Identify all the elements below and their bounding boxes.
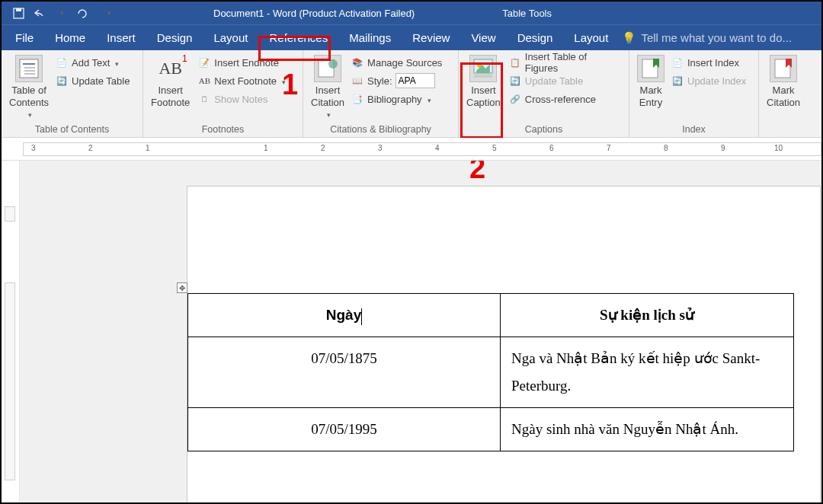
style-icon: 📖 [351, 74, 364, 88]
tab-table-layout[interactable]: Layout [563, 25, 619, 51]
table-cell[interactable]: 07/05/1995 [188, 408, 501, 451]
tell-me[interactable]: 💡 Tell me what you want to do... [622, 31, 792, 45]
insert-endnote-button[interactable]: 📝Insert Endnote [196, 53, 287, 72]
undo-dropdown[interactable] [55, 7, 67, 19]
insert-citation-label: Insert Citation [311, 85, 344, 108]
next-footnote-icon: A⁠B [197, 74, 211, 88]
header-ngay: Ngày [326, 307, 361, 323]
show-notes-label: Show Notes [214, 94, 267, 105]
redo-icon[interactable] [76, 7, 88, 19]
insert-index-label: Insert Index [687, 57, 739, 69]
ruler-tick: 3 [31, 144, 36, 152]
table-move-handle[interactable]: ✥ [177, 282, 187, 293]
chevron-down-icon [26, 108, 32, 120]
update-icon: 🔄 [671, 74, 684, 88]
document-area[interactable]: ✥ Ngày Sự kiện lịch sử 07/05/1875 Nga và… [20, 161, 821, 502]
group-toc: Table of Contents 📄Add Text 🔄Update Tabl… [2, 50, 143, 137]
table-row: 07/05/1995 Ngày sinh nhà văn Nguyễn Nhật… [188, 408, 794, 451]
cross-reference-button[interactable]: 🔗Cross-reference [507, 90, 624, 108]
add-text-button[interactable]: 📄Add Text [53, 53, 131, 72]
ruler-tick: 5 [492, 144, 497, 152]
insert-index-icon: 📄 [671, 56, 684, 69]
ruler-tick: 4 [435, 144, 440, 152]
crossref-icon: 🔗 [508, 92, 522, 106]
next-footnote-button[interactable]: A⁠BNext Footnote [196, 72, 287, 90]
table-of-contents-button[interactable]: Table of Contents [6, 53, 52, 122]
svg-rect-2 [20, 59, 38, 78]
save-icon[interactable] [12, 7, 24, 19]
show-notes-button[interactable]: 🗒Show Notes [196, 90, 287, 108]
chevron-down-icon [113, 57, 119, 69]
group-label-footnotes: Footnotes [148, 123, 298, 137]
header-cell[interactable]: Ngày [188, 294, 501, 337]
style-dropdown[interactable] [395, 73, 435, 88]
mark-entry-icon [637, 55, 664, 82]
insert-footnote-button[interactable]: AB1 Insert Footnote [148, 53, 193, 110]
tab-layout[interactable]: Layout [203, 25, 258, 51]
group-captions: Insert Caption 📋Insert Table of Figures … [459, 50, 629, 137]
group-authorities: Mark Citation [759, 50, 820, 137]
table-cell[interactable]: Ngày sinh nhà văn Nguyễn Nhật Ánh. [501, 408, 794, 451]
next-footnote-label: Next Footnote [214, 75, 277, 87]
insert-caption-button[interactable]: Insert Caption [463, 53, 504, 110]
group-label-citations: Citations & Bibliography [308, 123, 453, 137]
update-tof-label: Update Table [525, 75, 583, 87]
update-table-button[interactable]: 🔄Update Table [53, 72, 131, 90]
add-text-label: Add Text [72, 57, 110, 69]
document-table[interactable]: Ngày Sự kiện lịch sử 07/05/1875 Nga và N… [187, 293, 794, 451]
tab-review[interactable]: Review [402, 25, 460, 51]
qat-customize[interactable] [102, 7, 114, 19]
svg-rect-1 [16, 8, 21, 11]
ruler-tick: 1 [264, 144, 268, 152]
table-cell[interactable]: Nga và Nhật Bản ký kết hiệp ước Sankt-Pe… [501, 337, 794, 408]
manage-sources-icon: 📚 [351, 56, 364, 69]
mark-entry-button[interactable]: Mark Entry [634, 53, 668, 110]
table-row: 07/05/1875 Nga và Nhật Bản ký kết hiệp ư… [188, 337, 794, 408]
mark-citation-label: Mark Citation [767, 85, 800, 108]
vertical-ruler[interactable] [2, 161, 20, 502]
bibliography-button[interactable]: 📑Bibliography [349, 90, 444, 108]
page: ✥ Ngày Sự kiện lịch sử 07/05/1875 Nga và… [187, 187, 820, 502]
undo-icon[interactable] [34, 7, 46, 19]
insert-tof-button[interactable]: 📋Insert Table of Figures [507, 53, 624, 72]
style-selector[interactable]: 📖Style: [349, 72, 444, 90]
tab-table-design[interactable]: Design [507, 25, 564, 51]
group-label-captions: Captions [463, 123, 624, 137]
header-cell[interactable]: Sự kiện lịch sử [501, 294, 794, 337]
insert-index-button[interactable]: 📄Insert Index [669, 53, 748, 72]
toc-icon [15, 55, 43, 82]
update-tof-button[interactable]: 🔄Update Table [507, 72, 624, 90]
horizontal-ruler[interactable]: 3 2 1 1 2 3 4 5 6 7 8 9 10 11 [23, 142, 821, 156]
update-table-label: Update Table [72, 75, 130, 87]
mark-citation-icon [770, 55, 797, 82]
mark-citation-button[interactable]: Mark Citation [764, 53, 803, 110]
group-index: Mark Entry 📄Insert Index 🔄Update Index I… [629, 50, 759, 137]
tab-insert[interactable]: Insert [96, 25, 146, 51]
ribbon: Table of Contents 📄Add Text 🔄Update Tabl… [2, 50, 821, 138]
update-index-button[interactable]: 🔄Update Index [669, 72, 748, 90]
citation-icon [314, 55, 341, 82]
tab-view[interactable]: View [460, 25, 506, 51]
contextual-tab-label: Table Tools [502, 8, 552, 19]
add-text-icon: 📄 [55, 56, 69, 69]
table-cell[interactable]: 07/05/1875 [188, 337, 501, 408]
tab-file[interactable]: File [2, 25, 44, 51]
title-bar: Document1 - Word (Product Activation Fai… [2, 2, 821, 24]
ruler-tick: 7 [607, 144, 611, 152]
ruler-tick: 8 [664, 144, 668, 152]
group-label-index: Index [634, 123, 754, 137]
annotation-1: 1 [282, 69, 298, 101]
tab-design[interactable]: Design [146, 25, 203, 51]
quick-access-toolbar [2, 7, 114, 19]
manage-sources-button[interactable]: 📚Manage Sources [349, 53, 444, 72]
insert-caption-label: Insert Caption [466, 85, 501, 108]
insert-citation-button[interactable]: Insert Citation [308, 53, 347, 122]
lightbulb-icon: 💡 [622, 31, 636, 45]
tab-home[interactable]: Home [44, 25, 96, 51]
group-footnotes: AB1 Insert Footnote 📝Insert Endnote A⁠BN… [143, 50, 303, 137]
mark-entry-label: Mark Entry [639, 85, 662, 108]
tab-references[interactable]: References [258, 25, 338, 51]
tab-mailings[interactable]: Mailings [338, 25, 402, 51]
insert-footnote-label: Insert Footnote [151, 85, 190, 108]
bibliography-label: Bibliography [367, 94, 422, 105]
